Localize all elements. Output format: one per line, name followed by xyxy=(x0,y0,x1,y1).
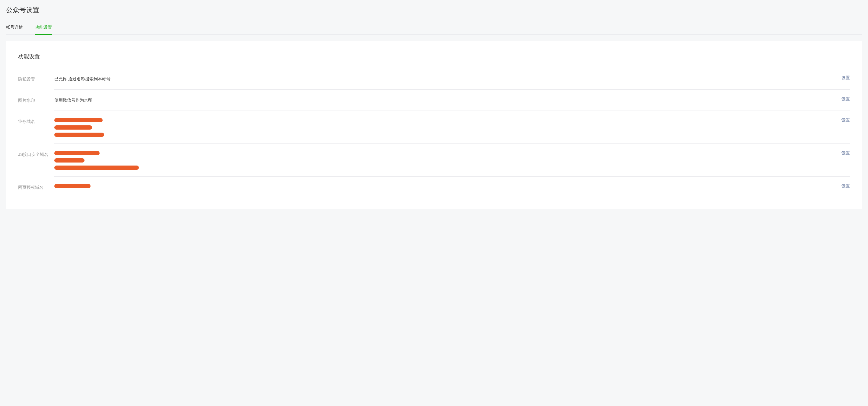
setting-row-watermark: 图片水印 使用微信号作为水印 设置 xyxy=(18,96,850,117)
redaction-mark xyxy=(54,184,91,188)
setting-value-redacted xyxy=(54,117,104,137)
redaction-mark xyxy=(54,118,103,122)
setting-label: 网页授权域名 xyxy=(18,183,54,191)
tabs: 帐号详情 功能设置 xyxy=(6,22,862,35)
setting-label: 隐私设置 xyxy=(18,75,54,83)
setting-row-privacy: 隐私设置 已允许 通过名称搜索到本帐号 设置 xyxy=(18,75,850,96)
setting-label: 图片水印 xyxy=(18,96,54,104)
redaction-mark xyxy=(54,166,139,170)
settings-link[interactable]: 设置 xyxy=(841,117,850,123)
setting-label: JS接口安全域名 xyxy=(18,150,54,158)
settings-link[interactable]: 设置 xyxy=(841,75,850,81)
redaction-mark xyxy=(54,151,100,155)
setting-value: 已允许 通过名称搜索到本帐号 xyxy=(54,75,111,83)
setting-value: 使用微信号作为水印 xyxy=(54,96,92,104)
page-title: 公众号设置 xyxy=(6,5,862,14)
setting-row-web-auth-domain: 网页授权域名 设置 xyxy=(18,183,850,191)
setting-value-redacted xyxy=(54,150,139,170)
tab-function-settings[interactable]: 功能设置 xyxy=(35,22,52,35)
setting-label: 业务域名 xyxy=(18,117,54,125)
redaction-mark xyxy=(54,158,85,163)
setting-row-js-domain: JS接口安全域名 设置 xyxy=(18,150,850,183)
tab-account-details[interactable]: 帐号详情 xyxy=(6,22,23,35)
redaction-mark xyxy=(54,133,104,137)
settings-card: 功能设置 隐私设置 已允许 通过名称搜索到本帐号 设置 图片水印 使用微信号作为… xyxy=(6,41,862,209)
settings-link[interactable]: 设置 xyxy=(841,183,850,189)
setting-row-business-domain: 业务域名 设置 xyxy=(18,117,850,150)
settings-link[interactable]: 设置 xyxy=(841,96,850,102)
settings-link[interactable]: 设置 xyxy=(841,150,850,156)
setting-value-redacted xyxy=(54,183,91,188)
section-title: 功能设置 xyxy=(18,53,850,60)
redaction-mark xyxy=(54,125,92,129)
